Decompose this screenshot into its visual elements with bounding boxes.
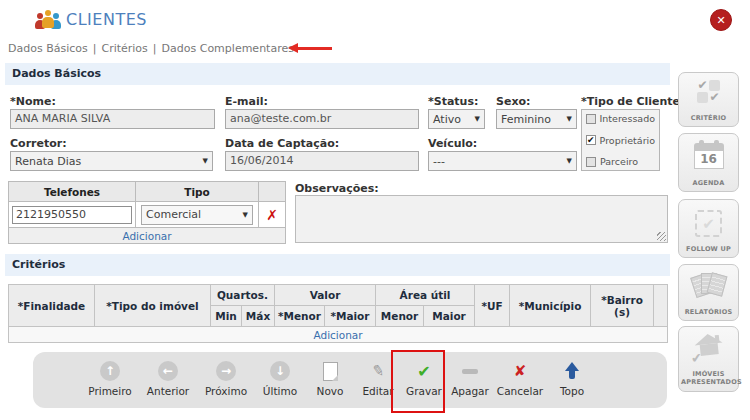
cancel-x-icon: ✘	[514, 362, 527, 380]
tab-dados-complementares[interactable]: Dados Complementares	[162, 42, 294, 55]
checkbox-icon[interactable]	[586, 157, 596, 167]
toolbar-label: Anterior	[140, 385, 196, 397]
reports-papers-icon	[679, 272, 738, 299]
primeiro-button[interactable]: ↑ Primeiro	[82, 359, 138, 397]
sidebar-item-label: RELATÓRIOS	[679, 308, 738, 316]
sidebar-item-criterio[interactable]: ✔✔ CRITÉRIO	[678, 72, 739, 127]
add-phone-link[interactable]: Adicionar	[9, 228, 286, 244]
phone-type-select[interactable]: Comercial	[141, 205, 253, 225]
nome-label: *Nome:	[10, 95, 56, 108]
criteria-col-uf: *UF	[475, 285, 510, 327]
criteria-col-valor-menor: *Menor	[275, 306, 325, 327]
phones-col-actions	[259, 182, 286, 202]
email-input[interactable]: ana@teste.com.br	[225, 109, 419, 129]
status-value: Ativo	[433, 113, 461, 126]
sidebar-item-follow-up[interactable]: ✔ FOLLOW UP	[678, 199, 739, 258]
toolbar-label: Cancelar	[492, 385, 548, 397]
email-label: E-mail:	[225, 95, 268, 108]
tab-separator: |	[93, 42, 97, 55]
anterior-button[interactable]: ← Anterior	[140, 359, 196, 397]
tipo-cliente-group: Interessado ✔ Proprietário Parceiro	[581, 109, 660, 171]
sidebar-item-label: AGENDA	[679, 179, 738, 187]
sexo-label: Sexo:	[496, 95, 530, 108]
section-header-dados-basicos: Dados Básicos	[5, 63, 670, 85]
checkbox-label: Proprietário	[600, 135, 655, 146]
delete-minus-icon	[462, 369, 478, 374]
red-arrow-icon	[288, 43, 332, 53]
sidebar-item-label: FOLLOW UP	[679, 245, 738, 253]
checkbox-icon[interactable]: ✔	[586, 135, 596, 145]
criteria-table: *Finalidade *Tipo do imóvel Quartos. Val…	[8, 284, 668, 343]
section-header-criterios: Critérios	[5, 254, 670, 276]
add-criteria-link[interactable]: Adicionar	[9, 327, 668, 343]
criteria-group-area-util: Área útil	[376, 285, 475, 306]
record-toolbar: ↑ Primeiro ← Anterior → Próximo ↓ Último…	[33, 352, 667, 408]
checkbox-proprietario[interactable]: ✔ Proprietário	[586, 135, 655, 146]
status-select[interactable]: Ativo	[428, 109, 485, 129]
criteria-checks-icon: ✔✔	[679, 80, 738, 103]
tab-dados-basicos[interactable]: Dados Básicos	[8, 42, 88, 55]
ultimo-button[interactable]: ↓ Último	[252, 359, 308, 397]
criteria-col-tipo-imovel: *Tipo do imóvel	[95, 285, 211, 327]
checkbox-parceiro[interactable]: Parceiro	[586, 156, 655, 167]
phone-row: 2121950550 Comercial ✗	[9, 202, 286, 228]
veiculo-label: Veículo:	[428, 137, 477, 150]
criteria-col-finalidade: *Finalidade	[9, 285, 95, 327]
toolbar-label: Topo	[544, 385, 600, 397]
corretor-select[interactable]: Renata Dias	[10, 151, 213, 171]
tab-criterios[interactable]: Critérios	[101, 42, 147, 55]
checkbox-icon[interactable]	[586, 114, 596, 124]
first-record-icon: ↑	[100, 361, 120, 381]
criteria-group-quartos: Quartos.	[211, 285, 275, 306]
criteria-col-actions	[654, 285, 668, 327]
cancelar-button[interactable]: ✘ Cancelar	[492, 359, 548, 397]
tipo-cliente-label: *Tipo de Cliente:	[581, 95, 684, 108]
sexo-select[interactable]: Feminino	[496, 109, 577, 129]
phone-type-value: Comercial	[146, 208, 201, 221]
phones-col-telefones: Telefones	[9, 182, 136, 202]
toolbar-label: Último	[252, 385, 308, 397]
criteria-col-max: Máx	[242, 306, 275, 327]
veiculo-value: ---	[433, 155, 445, 168]
observacoes-textarea[interactable]	[295, 195, 668, 243]
checkbox-interessado[interactable]: Interessado	[586, 113, 655, 124]
criteria-col-valor-maior: *Maior	[325, 306, 376, 327]
sidebar-item-relatorios[interactable]: RELATÓRIOS	[678, 264, 739, 321]
criteria-col-area-menor: Menor	[376, 306, 424, 327]
previous-record-icon: ←	[158, 361, 178, 381]
phones-table: Telefones Tipo 2121950550 Comercial ✗ Ad…	[8, 181, 286, 244]
tab-separator: |	[153, 42, 157, 55]
proximo-button[interactable]: → Próximo	[198, 359, 254, 397]
toolbar-label: Primeiro	[82, 385, 138, 397]
sidebar-item-label: CRITÉRIO	[679, 114, 738, 122]
last-record-icon: ↓	[270, 361, 290, 381]
page-title: CLIENTES	[66, 10, 147, 29]
close-button[interactable]: ✕	[710, 9, 732, 31]
data-captacao-input[interactable]: 16/06/2014	[225, 151, 419, 171]
calendar-icon: 16	[679, 143, 738, 169]
topo-button[interactable]: Topo	[544, 359, 600, 397]
house-check-icon: ✔	[679, 334, 738, 361]
veiculo-select[interactable]: ---	[428, 151, 577, 171]
corretor-value: Renata Dias	[15, 155, 81, 168]
corretor-label: Corretor:	[10, 137, 67, 150]
tab-bar: Dados Básicos|Critérios|Dados Complement…	[8, 42, 294, 55]
next-record-icon: →	[216, 361, 236, 381]
observacoes-label: Observações:	[295, 182, 379, 195]
criteria-group-valor: Valor	[275, 285, 376, 306]
clientes-window: CLIENTES ✕ Dados Básicos|Critérios|Dados…	[0, 0, 750, 420]
sexo-value: Feminino	[501, 113, 551, 126]
sidebar-item-agenda[interactable]: 16 AGENDA	[678, 133, 739, 192]
delete-phone-icon[interactable]: ✗	[266, 207, 278, 223]
top-arrow-icon	[565, 362, 579, 380]
nome-input[interactable]: ANA MARIA SILVA	[10, 109, 215, 129]
criteria-col-municipio: *Município	[510, 285, 591, 327]
phones-col-tipo: Tipo	[136, 182, 259, 202]
checkbox-label: Parceiro	[600, 156, 638, 167]
criteria-col-min: Min	[211, 306, 242, 327]
criteria-col-bairro: *Bairro (s)	[591, 285, 654, 327]
sidebar-item-imoveis-apresentados[interactable]: ✔ IMÓVEIS APRESENTADOS	[678, 326, 739, 392]
phone-number-input[interactable]: 2121950550	[12, 206, 132, 224]
apagar-button[interactable]: Apagar	[442, 359, 498, 397]
sidebar-item-label: IMÓVEIS APRESENTADOS	[679, 370, 738, 386]
